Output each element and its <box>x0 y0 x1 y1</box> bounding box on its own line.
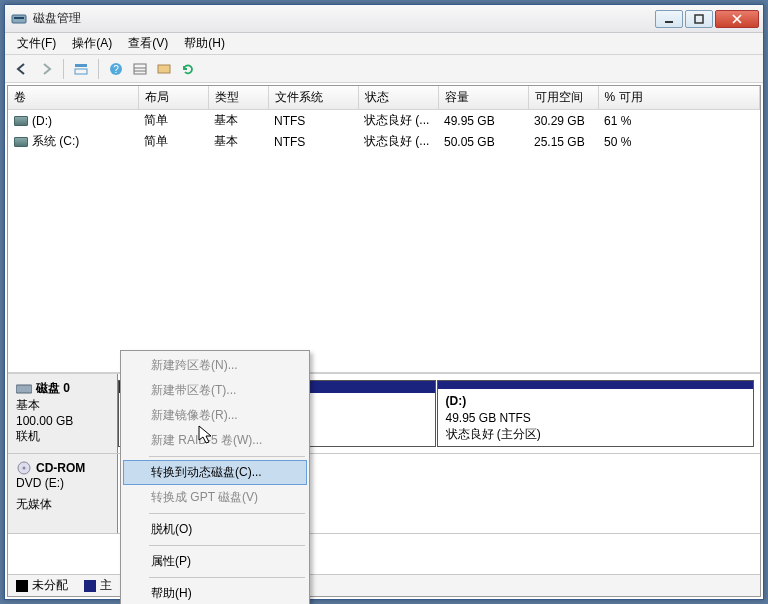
ctx-new-spanned[interactable]: 新建跨区卷(N)... <box>123 353 307 378</box>
vol-status: 状态良好 (... <box>358 110 438 132</box>
ctx-offline[interactable]: 脱机(O) <box>123 517 307 542</box>
view-button[interactable] <box>70 58 92 80</box>
disk-kind: 基本 <box>16 397 109 414</box>
window-title: 磁盘管理 <box>33 10 655 27</box>
vol-status: 状态良好 (... <box>358 131 438 152</box>
svg-rect-6 <box>75 64 87 67</box>
vol-cap: 49.95 GB <box>438 110 528 132</box>
menu-file[interactable]: 文件(F) <box>9 33 64 54</box>
titlebar[interactable]: 磁盘管理 <box>5 5 763 33</box>
vol-pct: 61 % <box>598 110 760 132</box>
disk-state: 联机 <box>16 428 109 445</box>
disk-info: 磁盘 0 基本 100.00 GB 联机 <box>8 374 118 453</box>
vol-free: 25.15 GB <box>528 131 598 152</box>
menubar: 文件(F) 操作(A) 查看(V) 帮助(H) <box>5 33 763 55</box>
help-button[interactable]: ? <box>105 58 127 80</box>
forward-button[interactable] <box>35 58 57 80</box>
disk-title: 磁盘 0 <box>36 380 70 397</box>
volume-table: 卷 布局 类型 文件系统 状态 容量 可用空间 % 可用 (D:) 简单 基本 … <box>8 86 760 152</box>
cdrom-state: 无媒体 <box>16 496 109 513</box>
disk-management-window: 磁盘管理 文件(F) 操作(A) 查看(V) 帮助(H) ? 卷 布局 <box>4 4 764 600</box>
col-status[interactable]: 状态 <box>358 86 438 110</box>
table-row[interactable]: 系统 (C:) 简单 基本 NTFS 状态良好 (... 50.05 GB 25… <box>8 131 760 152</box>
refresh-button[interactable] <box>177 58 199 80</box>
drive-icon <box>14 116 28 126</box>
ctx-new-striped[interactable]: 新建带区卷(T)... <box>123 378 307 403</box>
vol-type: 基本 <box>208 131 268 152</box>
close-button[interactable] <box>715 10 759 28</box>
ctx-to-gpt[interactable]: 转换成 GPT 磁盘(V) <box>123 485 307 510</box>
svg-rect-1 <box>14 17 24 19</box>
menu-action[interactable]: 操作(A) <box>64 33 120 54</box>
disk-icon <box>16 383 32 395</box>
vol-cap: 50.05 GB <box>438 131 528 152</box>
disk-context-menu: 新建跨区卷(N)... 新建带区卷(T)... 新建镜像卷(R)... 新建 R… <box>120 350 310 604</box>
settings-button[interactable] <box>153 58 175 80</box>
svg-text:?: ? <box>113 64 119 75</box>
cdrom-icon <box>16 460 32 476</box>
svg-rect-10 <box>134 64 146 74</box>
table-row[interactable]: (D:) 简单 基本 NTFS 状态良好 (... 49.95 GB 30.29… <box>8 110 760 132</box>
maximize-button[interactable] <box>685 10 713 28</box>
cdrom-line: DVD (E:) <box>16 476 109 490</box>
ctx-properties[interactable]: 属性(P) <box>123 549 307 574</box>
col-free[interactable]: 可用空间 <box>528 86 598 110</box>
col-type[interactable]: 类型 <box>208 86 268 110</box>
menu-view[interactable]: 查看(V) <box>120 33 176 54</box>
svg-rect-13 <box>158 65 170 73</box>
vol-name: (D:) <box>32 114 52 128</box>
svg-rect-14 <box>16 385 32 393</box>
minimize-button[interactable] <box>655 10 683 28</box>
part-status: 状态良好 (主分区) <box>446 426 746 442</box>
vol-layout: 简单 <box>138 131 208 152</box>
ctx-new-raid5[interactable]: 新建 RAID-5 卷(W)... <box>123 428 307 453</box>
legend-unallocated: 未分配 <box>32 578 68 592</box>
swatch-unallocated <box>16 580 28 592</box>
legend-primary: 主 <box>100 578 112 592</box>
drive-icon <box>14 137 28 147</box>
back-button[interactable] <box>11 58 33 80</box>
vol-fs: NTFS <box>268 131 358 152</box>
ctx-to-dynamic[interactable]: 转换到动态磁盘(C)... <box>123 460 307 485</box>
swatch-primary <box>84 580 96 592</box>
menu-help[interactable]: 帮助(H) <box>176 33 233 54</box>
toolbar: ? <box>5 55 763 83</box>
vol-fs: NTFS <box>268 110 358 132</box>
col-volume[interactable]: 卷 <box>8 86 138 110</box>
vol-pct: 50 % <box>598 131 760 152</box>
col-pct[interactable]: % 可用 <box>598 86 760 110</box>
vol-name: 系统 (C:) <box>32 134 79 148</box>
disk-info: CD-ROM DVD (E:) 无媒体 <box>8 454 118 533</box>
part-label: (D:) <box>446 393 746 409</box>
vol-layout: 简单 <box>138 110 208 132</box>
cdrom-title: CD-ROM <box>36 461 85 475</box>
col-capacity[interactable]: 容量 <box>438 86 528 110</box>
col-fs[interactable]: 文件系统 <box>268 86 358 110</box>
app-icon <box>11 11 27 27</box>
svg-rect-7 <box>75 69 87 74</box>
svg-point-16 <box>23 467 26 470</box>
part-size: 49.95 GB NTFS <box>446 410 746 426</box>
col-layout[interactable]: 布局 <box>138 86 208 110</box>
disk-size: 100.00 GB <box>16 414 109 428</box>
vol-type: 基本 <box>208 110 268 132</box>
svg-rect-3 <box>695 15 703 23</box>
ctx-new-mirrored[interactable]: 新建镜像卷(R)... <box>123 403 307 428</box>
list-button[interactable] <box>129 58 151 80</box>
vol-free: 30.29 GB <box>528 110 598 132</box>
partition-d[interactable]: (D:) 49.95 GB NTFS 状态良好 (主分区) <box>437 380 755 447</box>
ctx-help[interactable]: 帮助(H) <box>123 581 307 604</box>
volume-list[interactable]: 卷 布局 类型 文件系统 状态 容量 可用空间 % 可用 (D:) 简单 基本 … <box>8 86 760 374</box>
